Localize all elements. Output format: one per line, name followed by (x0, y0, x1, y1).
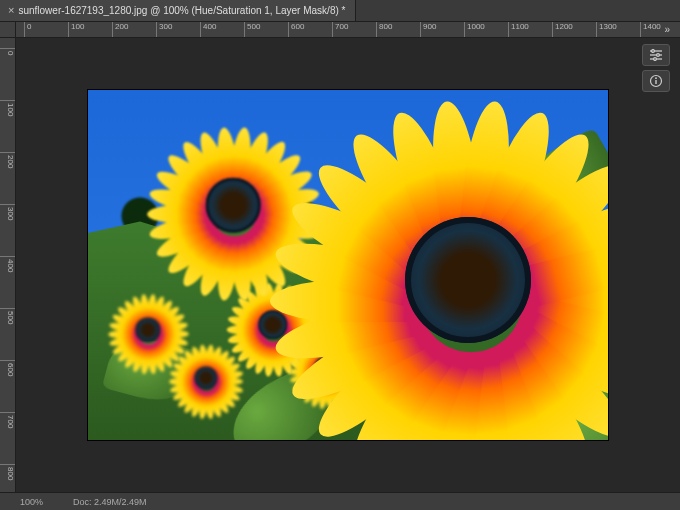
ruler-h-tick: 500 (244, 22, 260, 37)
ruler-v-tick: 400 (0, 256, 15, 272)
ruler-h-tick: 0 (24, 22, 31, 37)
ruler-v-tick: 200 (0, 152, 15, 168)
document-tab[interactable]: × sunflower-1627193_1280.jpg @ 100% (Hue… (0, 0, 356, 21)
svg-rect-8 (655, 80, 656, 84)
image-flower-disk (206, 178, 261, 233)
info-icon (649, 74, 663, 88)
ruler-h-tick: 600 (288, 22, 304, 37)
ruler-h-tick: 1100 (508, 22, 529, 37)
ruler-h-tick: 800 (376, 22, 392, 37)
ruler-v-tick: 800 (0, 464, 15, 480)
image-sunflower-main (318, 130, 608, 430)
ruler-v-tick: 0 (0, 48, 15, 55)
status-zoom[interactable]: 100% (20, 497, 43, 507)
ruler-origin[interactable] (0, 22, 16, 38)
ruler-h-tick: 900 (420, 22, 436, 37)
ruler-h-tick: 1400 (640, 22, 661, 37)
image-sunflower-bg (178, 350, 233, 405)
ruler-v-tick: 700 (0, 412, 15, 428)
ruler-h-tick: 200 (112, 22, 128, 37)
collapse-panel-icon[interactable]: » (664, 24, 670, 35)
image-flower-disk (405, 217, 531, 343)
collapsed-panel-dock (642, 44, 674, 92)
status-doc-size: Doc: 2.49M/2.49M (73, 497, 147, 507)
tab-title: sunflower-1627193_1280.jpg @ 100% (Hue/S… (18, 5, 345, 16)
ruler-v-tick: 600 (0, 360, 15, 376)
tab-close-icon[interactable]: × (8, 5, 14, 16)
info-panel-button[interactable] (642, 70, 670, 92)
svg-point-3 (657, 54, 660, 57)
ruler-horizontal[interactable]: 2001000100200300400500600700800900100011… (16, 22, 680, 38)
document-canvas[interactable] (88, 90, 608, 440)
svg-point-5 (654, 58, 657, 61)
svg-point-7 (655, 77, 657, 79)
ruler-h-tick: 100 (68, 22, 84, 37)
svg-point-1 (652, 50, 655, 53)
adjustments-panel-button[interactable] (642, 44, 670, 66)
ruler-h-tick: 1200 (552, 22, 573, 37)
sliders-icon (649, 49, 663, 61)
ruler-v-tick: 100 (0, 100, 15, 116)
ruler-h-tick: 1300 (596, 22, 617, 37)
document-tab-bar: × sunflower-1627193_1280.jpg @ 100% (Hue… (0, 0, 680, 22)
ruler-vertical[interactable]: 0100200300400500600700800 (0, 38, 16, 492)
ruler-v-tick: 500 (0, 308, 15, 324)
image-flower-disk (194, 366, 217, 389)
ruler-h-tick: 1000 (464, 22, 485, 37)
status-bar: 100% Doc: 2.49M/2.49M (0, 492, 680, 510)
ruler-h-tick: 400 (200, 22, 216, 37)
ruler-h-tick: 700 (332, 22, 348, 37)
image-sunflower-bg (118, 300, 178, 360)
ruler-v-tick: 300 (0, 204, 15, 220)
canvas-viewport[interactable] (16, 38, 680, 492)
ruler-h-tick: 300 (156, 22, 172, 37)
